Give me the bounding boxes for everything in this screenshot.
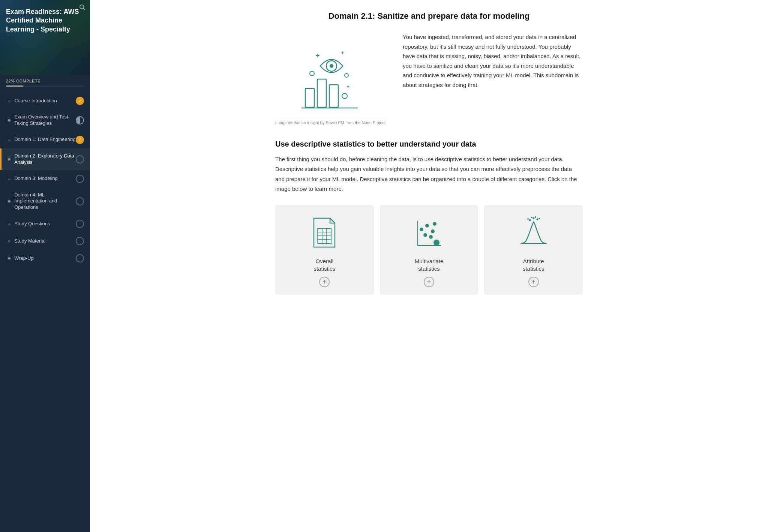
card-multivariate-label: Multivariatestatistics [415, 258, 444, 272]
sidebar-item-label: Domain 3: Modeling [14, 175, 76, 182]
card-attribute-statistics[interactable]: Attributestatistics + [484, 205, 583, 295]
progress-fill [6, 85, 23, 87]
progress-section: 22% COMPLETE [0, 75, 90, 92]
svg-point-12 [345, 73, 348, 77]
svg-point-27 [433, 222, 436, 226]
menu-icon: ≡ [8, 221, 10, 227]
sidebar-item-label: Course Introduction [14, 98, 76, 104]
svg-point-36 [531, 217, 532, 218]
svg-point-26 [423, 233, 427, 237]
svg-point-11 [310, 71, 314, 76]
card-attribute-expand[interactable]: + [528, 277, 539, 287]
menu-icon: ≡ [8, 117, 10, 123]
sidebar-item-label: Exam Overview and Test-Taking Strategies [14, 114, 76, 127]
svg-point-13 [342, 93, 347, 99]
menu-icon: ≡ [8, 198, 10, 204]
sidebar: Exam Readiness: AWS Certified Machine Le… [0, 0, 90, 532]
sidebar-item-label: Study Questions [14, 221, 76, 227]
sidebar-item-domain3[interactable]: ≡ Domain 3: Modeling [0, 170, 90, 187]
svg-point-25 [431, 229, 435, 233]
sidebar-item-label: Domain 4: ML Implementation and Operatio… [14, 192, 76, 211]
attribute-statistics-icon [519, 216, 549, 252]
nav-items: ≡ Course Introduction ✓ ≡ Exam Overview … [0, 92, 90, 532]
svg-text:+: + [341, 50, 344, 56]
hero-image-wrap: + + + Image attribution insight by Edwin… [275, 32, 388, 125]
multivariate-statistics-icon [414, 216, 444, 252]
menu-icon: ≡ [8, 238, 10, 244]
sidebar-item-domain1[interactable]: ≡ Domain 1: Data Engineering ✓ [0, 131, 90, 148]
menu-icon: ≡ [8, 176, 10, 182]
svg-point-37 [535, 216, 536, 218]
progress-label: 22% COMPLETE [6, 79, 84, 83]
card-multivariate-statistics[interactable]: Multivariatestatistics + [380, 205, 478, 295]
card-overall-label: Overallstatistics [314, 258, 336, 272]
svg-point-34 [532, 217, 534, 219]
sidebar-item-label: Domain 1: Data Engineering [14, 136, 76, 143]
badge-half [76, 116, 84, 124]
svg-point-28 [429, 235, 433, 239]
svg-point-38 [527, 218, 529, 220]
svg-text:+: + [316, 52, 320, 59]
cards-row: Overallstatistics + [275, 205, 583, 295]
badge-empty [76, 197, 84, 205]
page-title: Domain 2.1: Sanitize and prepare data fo… [275, 11, 583, 21]
card-attribute-label: Attributestatistics [523, 258, 544, 272]
badge-empty [76, 175, 84, 183]
sidebar-item-domain4[interactable]: ≡ Domain 4: ML Implementation and Operat… [0, 187, 90, 216]
descriptive-section-title: Use descriptive statistics to better und… [275, 140, 583, 148]
content-inner: Domain 2.1: Sanitize and prepare data fo… [260, 0, 598, 306]
sidebar-item-domain2[interactable]: ≡ Domain 2: Exploratory Data Analysis [0, 148, 90, 170]
svg-point-23 [420, 228, 423, 231]
sidebar-item-study-questions[interactable]: ≡ Study Questions [0, 215, 90, 232]
image-attribution: Image attribution insight by Edwin PM fr… [275, 118, 388, 125]
menu-icon: ≡ [8, 137, 10, 143]
badge-empty [76, 220, 84, 228]
sidebar-header: Exam Readiness: AWS Certified Machine Le… [0, 0, 90, 75]
overall-statistics-icon [309, 216, 339, 252]
card-multivariate-expand[interactable]: + [424, 277, 434, 287]
svg-rect-4 [329, 85, 338, 107]
svg-point-33 [529, 219, 531, 221]
svg-rect-2 [305, 88, 314, 107]
sidebar-title: Exam Readiness: AWS Certified Machine Le… [6, 7, 84, 34]
svg-point-39 [538, 218, 540, 219]
sidebar-item-course-intro[interactable]: ≡ Course Introduction ✓ [0, 92, 90, 109]
svg-text:+: + [346, 84, 350, 90]
svg-point-24 [425, 224, 429, 228]
sidebar-item-exam-overview[interactable]: ≡ Exam Overview and Test-Taking Strategi… [0, 109, 90, 131]
card-overall-statistics[interactable]: Overallstatistics + [275, 205, 374, 295]
badge-check: ✓ [76, 136, 84, 144]
menu-icon: ≡ [8, 156, 10, 162]
descriptive-section-body: The first thing you should do, before cl… [275, 154, 583, 194]
hero-section: + + + Image attribution insight by Edwin… [275, 32, 583, 125]
badge-empty [76, 237, 84, 245]
hero-description: You have ingested, transformed, and stor… [403, 32, 583, 90]
card-overall-expand[interactable]: + [319, 277, 330, 287]
menu-icon: ≡ [8, 255, 10, 261]
menu-icon: ≡ [8, 98, 10, 104]
sidebar-item-label: Domain 2: Exploratory Data Analysis [14, 153, 76, 166]
badge-empty [76, 155, 84, 163]
progress-bar [6, 85, 84, 87]
hero-illustration: + + + [275, 32, 388, 115]
svg-rect-3 [317, 79, 326, 107]
sidebar-item-study-material[interactable]: ≡ Study Material [0, 232, 90, 250]
badge-check: ✓ [76, 97, 84, 105]
sidebar-item-wrap-up[interactable]: ≡ Wrap-Up [0, 250, 90, 267]
svg-point-29 [434, 240, 440, 246]
sidebar-item-label: Wrap-Up [14, 255, 76, 262]
main-content: Domain 2.1: Sanitize and prepare data fo… [90, 0, 768, 532]
svg-point-7 [330, 64, 333, 68]
svg-point-35 [536, 219, 538, 220]
sidebar-item-label: Study Material [14, 238, 76, 244]
badge-empty [76, 254, 84, 262]
